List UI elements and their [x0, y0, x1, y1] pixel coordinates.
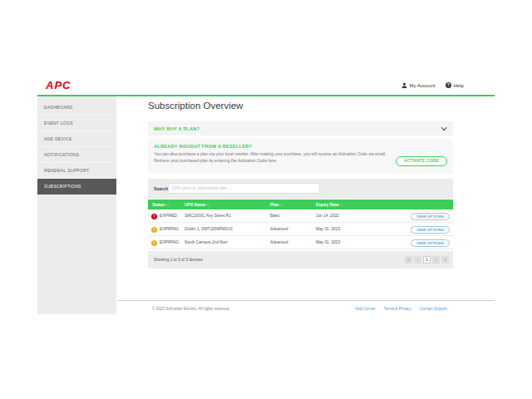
pager-controls: « ‹ 1 › »	[405, 256, 449, 264]
prev-page-button[interactable]: ‹	[414, 256, 421, 264]
reseller-body-text: You can also purchase a plan via your lo…	[154, 150, 400, 165]
sort-icon: ↑↓	[206, 203, 209, 207]
last-page-button[interactable]: »	[441, 256, 449, 264]
ups-name-cell: SMC1000C Key Street R1	[185, 209, 231, 223]
sidebar-item-dashboard[interactable]: DASHBOARD	[37, 100, 116, 116]
sidebar: DASHBOARD EVENT LOGS ADD DEVICE NOTIFICA…	[37, 96, 116, 314]
accordion-label: WHY BUY A PLAN?	[154, 126, 200, 131]
ups-name-cell: South Campus 2nd floor	[185, 236, 228, 249]
sidebar-item-event-logs[interactable]: EVENT LOGS	[37, 116, 116, 131]
sort-icon: ↑↓	[340, 203, 343, 207]
page-title: Subscription Overview	[148, 101, 243, 111]
plan-cell: Advanced	[270, 223, 288, 236]
status-expiring-icon: !	[151, 227, 157, 233]
my-account-label: My Account	[410, 83, 436, 88]
table-row: ! EXPIRED SMC1000C Key Street R1 Basic J…	[148, 209, 453, 223]
table-header: Status↑↓ UPS Name↑↓ Plan↑↓ Expiry Date↑↓	[148, 200, 453, 209]
expiry-date-cell: May 31, 2023	[316, 236, 340, 249]
search-input[interactable]	[168, 183, 320, 194]
sidebar-item-renewal-support[interactable]: RENEWAL SUPPORT	[37, 163, 116, 179]
view-options-button[interactable]: VIEW OPTIONS	[411, 239, 450, 248]
column-header-status[interactable]: Status↑↓	[152, 200, 170, 209]
help-button[interactable]: ? Help	[446, 82, 464, 88]
terms-privacy-link[interactable]: Terms & Privacy	[384, 307, 411, 311]
current-page-button[interactable]: 1	[423, 256, 431, 264]
status-expired-icon: !	[151, 214, 157, 219]
expiry-date-cell: Jun 14, 2022	[316, 209, 339, 223]
activate-code-button[interactable]: ACTIVATE CODE	[396, 156, 447, 166]
status-cell: EXPIRING	[160, 236, 179, 249]
apc-logo: APC	[46, 79, 71, 91]
pagination-bar: Showing 1 to 3 of 3 devices « ‹ 1 › »	[148, 251, 453, 268]
my-account-button[interactable]: My Account	[401, 82, 436, 88]
why-buy-a-plan-accordion[interactable]: WHY BUY A PLAN?	[148, 121, 453, 135]
footer-divider	[118, 300, 495, 301]
column-header-ups-name[interactable]: UPS Name↑↓	[185, 200, 210, 209]
table-row: ! EXPIRING Dublin 1, SMT1000RM2UC Advanc…	[148, 223, 453, 236]
status-cell: EXPIRED	[160, 209, 177, 223]
search-section: Search	[148, 179, 453, 199]
view-options-button[interactable]: VIEW OPTIONS	[411, 213, 450, 221]
footer-links: Help Center Terms & Privacy Contact Supp…	[355, 307, 447, 311]
column-header-expiry-date[interactable]: Expiry Date↑↓	[316, 200, 343, 209]
next-page-button[interactable]: ›	[432, 256, 440, 264]
sidebar-item-add-device[interactable]: ADD DEVICE	[37, 131, 116, 147]
table-body: ! EXPIRED SMC1000C Key Street R1 Basic J…	[148, 209, 453, 249]
column-header-plan[interactable]: Plan↑↓	[270, 200, 283, 209]
reseller-panel: ALREADY BOUGHT FROM A RESELLER? You can …	[148, 139, 453, 174]
question-circle-icon: ?	[446, 82, 451, 88]
sidebar-item-notifications[interactable]: NOTIFICATIONS	[37, 147, 116, 163]
person-icon	[401, 82, 407, 88]
plan-cell: Basic	[270, 209, 280, 223]
plan-cell: Advanced	[270, 236, 288, 249]
sidebar-item-subscriptions[interactable]: SUBSCRIPTIONS	[37, 179, 116, 195]
sort-icon: ↑↓	[165, 203, 169, 207]
status-cell: EXPIRING	[160, 223, 179, 236]
sort-icon: ↑↓	[280, 203, 283, 207]
contact-support-link[interactable]: Contact Support	[420, 307, 447, 311]
first-page-button[interactable]: «	[405, 256, 412, 264]
help-label: Help	[454, 83, 464, 88]
page: APC My Account ? Help DASHBOARD EVENT LO…	[0, 0, 532, 399]
expiry-date-cell: May 31, 2023	[316, 223, 340, 236]
copyright-text: © 2023 Schneider Electric. All rights re…	[152, 307, 230, 311]
help-center-link[interactable]: Help Center	[355, 307, 376, 311]
chevron-down-icon	[441, 125, 446, 130]
status-expiring-icon: !	[151, 240, 157, 246]
ups-name-cell: Dublin 1, SMT1000RM2UC	[185, 223, 233, 236]
reseller-heading: ALREADY BOUGHT FROM A RESELLER?	[154, 144, 252, 149]
pagination-summary: Showing 1 to 3 of 3 devices	[154, 251, 203, 268]
table-row: ! EXPIRING South Campus 2nd floor Advanc…	[148, 236, 453, 249]
view-options-button[interactable]: VIEW OPTIONS	[411, 226, 450, 234]
search-label: Search	[154, 179, 168, 199]
